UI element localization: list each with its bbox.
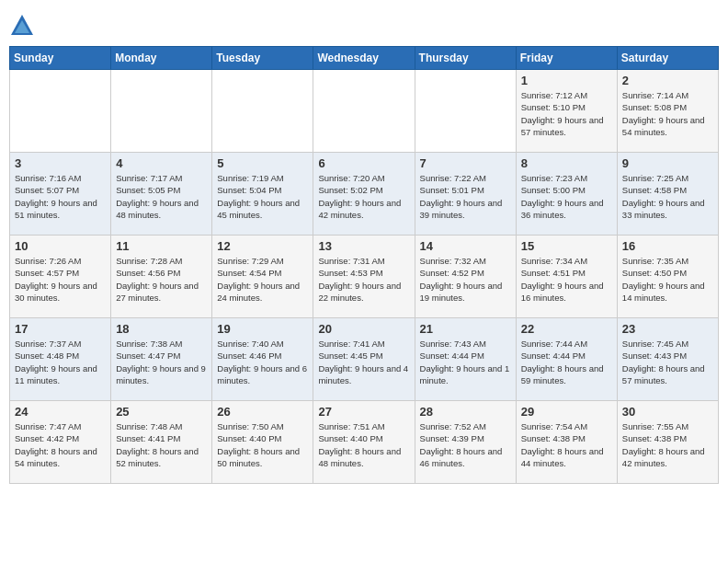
calendar-cell: 15Sunrise: 7:34 AM Sunset: 4:51 PM Dayli… (516, 236, 617, 318)
day-number: 18 (116, 322, 207, 336)
calendar-week-row: 24Sunrise: 7:47 AM Sunset: 4:42 PM Dayli… (10, 401, 719, 484)
day-number: 23 (622, 322, 713, 336)
day-number: 16 (622, 239, 713, 253)
calendar-cell: 1Sunrise: 7:12 AM Sunset: 5:10 PM Daylig… (516, 70, 617, 153)
calendar-cell (10, 70, 111, 153)
day-info: Sunrise: 7:23 AM Sunset: 5:00 PM Dayligh… (521, 172, 612, 221)
day-number: 29 (521, 405, 612, 419)
day-info: Sunrise: 7:29 AM Sunset: 4:54 PM Dayligh… (217, 255, 308, 304)
day-info: Sunrise: 7:32 AM Sunset: 4:52 PM Dayligh… (420, 255, 511, 304)
day-number: 12 (217, 239, 308, 253)
calendar-table: SundayMondayTuesdayWednesdayThursdayFrid… (9, 46, 719, 484)
day-info: Sunrise: 7:51 AM Sunset: 4:40 PM Dayligh… (318, 420, 409, 469)
day-number: 24 (15, 405, 106, 419)
day-info: Sunrise: 7:45 AM Sunset: 4:43 PM Dayligh… (622, 338, 713, 386)
page-header (9, 9, 719, 39)
day-number: 25 (116, 405, 207, 419)
calendar-cell: 30Sunrise: 7:55 AM Sunset: 4:38 PM Dayli… (617, 401, 718, 484)
day-number: 3 (15, 156, 106, 170)
calendar-cell: 4Sunrise: 7:17 AM Sunset: 5:05 PM Daylig… (111, 153, 212, 236)
day-info: Sunrise: 7:17 AM Sunset: 5:05 PM Dayligh… (116, 172, 207, 221)
calendar-cell (212, 70, 313, 153)
day-number: 8 (521, 156, 612, 170)
calendar-cell: 21Sunrise: 7:43 AM Sunset: 4:44 PM Dayli… (415, 318, 516, 401)
calendar-cell: 18Sunrise: 7:38 AM Sunset: 4:47 PM Dayli… (111, 318, 212, 401)
calendar-cell: 14Sunrise: 7:32 AM Sunset: 4:52 PM Dayli… (415, 236, 516, 318)
day-number: 19 (217, 322, 308, 336)
calendar-cell: 11Sunrise: 7:28 AM Sunset: 4:56 PM Dayli… (111, 236, 212, 318)
day-info: Sunrise: 7:55 AM Sunset: 4:38 PM Dayligh… (622, 420, 713, 469)
day-info: Sunrise: 7:44 AM Sunset: 4:44 PM Dayligh… (521, 338, 612, 386)
logo (9, 13, 39, 39)
day-number: 27 (318, 405, 409, 419)
day-number: 20 (318, 322, 409, 336)
day-number: 9 (622, 156, 713, 170)
weekday-header: Saturday (617, 47, 718, 70)
weekday-header: Wednesday (313, 47, 415, 70)
day-number: 13 (318, 239, 409, 253)
day-number: 7 (420, 156, 511, 170)
calendar-cell: 3Sunrise: 7:16 AM Sunset: 5:07 PM Daylig… (10, 153, 111, 236)
day-info: Sunrise: 7:25 AM Sunset: 4:58 PM Dayligh… (622, 172, 713, 221)
calendar-cell (313, 70, 415, 153)
calendar-cell: 19Sunrise: 7:40 AM Sunset: 4:46 PM Dayli… (212, 318, 313, 401)
weekday-header: Monday (111, 47, 212, 70)
day-info: Sunrise: 7:28 AM Sunset: 4:56 PM Dayligh… (116, 255, 207, 304)
calendar-cell: 22Sunrise: 7:44 AM Sunset: 4:44 PM Dayli… (516, 318, 617, 401)
day-info: Sunrise: 7:41 AM Sunset: 4:45 PM Dayligh… (318, 338, 409, 386)
calendar-cell: 7Sunrise: 7:22 AM Sunset: 5:01 PM Daylig… (415, 153, 516, 236)
calendar-week-row: 17Sunrise: 7:37 AM Sunset: 4:48 PM Dayli… (10, 318, 719, 401)
logo-icon (9, 13, 35, 39)
day-number: 26 (217, 405, 308, 419)
day-number: 10 (15, 239, 106, 253)
calendar-cell: 5Sunrise: 7:19 AM Sunset: 5:04 PM Daylig… (212, 153, 313, 236)
calendar-cell: 24Sunrise: 7:47 AM Sunset: 4:42 PM Dayli… (10, 401, 111, 484)
day-info: Sunrise: 7:38 AM Sunset: 4:47 PM Dayligh… (116, 338, 207, 386)
day-info: Sunrise: 7:22 AM Sunset: 5:01 PM Dayligh… (420, 172, 511, 221)
calendar-cell (415, 70, 516, 153)
weekday-header: Sunday (10, 47, 111, 70)
calendar-cell: 26Sunrise: 7:50 AM Sunset: 4:40 PM Dayli… (212, 401, 313, 484)
day-info: Sunrise: 7:35 AM Sunset: 4:50 PM Dayligh… (622, 255, 713, 304)
calendar-cell: 6Sunrise: 7:20 AM Sunset: 5:02 PM Daylig… (313, 153, 415, 236)
calendar-cell: 2Sunrise: 7:14 AM Sunset: 5:08 PM Daylig… (617, 70, 718, 153)
day-info: Sunrise: 7:47 AM Sunset: 4:42 PM Dayligh… (15, 420, 106, 469)
day-info: Sunrise: 7:40 AM Sunset: 4:46 PM Dayligh… (217, 338, 308, 386)
day-info: Sunrise: 7:14 AM Sunset: 5:08 PM Dayligh… (622, 89, 713, 138)
day-number: 28 (420, 405, 511, 419)
calendar-cell: 25Sunrise: 7:48 AM Sunset: 4:41 PM Dayli… (111, 401, 212, 484)
day-number: 15 (521, 239, 612, 253)
calendar-header-row: SundayMondayTuesdayWednesdayThursdayFrid… (10, 47, 719, 70)
calendar-week-row: 10Sunrise: 7:26 AM Sunset: 4:57 PM Dayli… (10, 236, 719, 318)
day-number: 17 (15, 322, 106, 336)
day-info: Sunrise: 7:19 AM Sunset: 5:04 PM Dayligh… (217, 172, 308, 221)
calendar-cell: 9Sunrise: 7:25 AM Sunset: 4:58 PM Daylig… (617, 153, 718, 236)
calendar-cell: 29Sunrise: 7:54 AM Sunset: 4:38 PM Dayli… (516, 401, 617, 484)
day-info: Sunrise: 7:43 AM Sunset: 4:44 PM Dayligh… (420, 338, 511, 386)
day-number: 4 (116, 156, 207, 170)
day-info: Sunrise: 7:37 AM Sunset: 4:48 PM Dayligh… (15, 338, 106, 386)
calendar-cell: 16Sunrise: 7:35 AM Sunset: 4:50 PM Dayli… (617, 236, 718, 318)
day-info: Sunrise: 7:20 AM Sunset: 5:02 PM Dayligh… (318, 172, 409, 221)
calendar-cell: 27Sunrise: 7:51 AM Sunset: 4:40 PM Dayli… (313, 401, 415, 484)
day-info: Sunrise: 7:54 AM Sunset: 4:38 PM Dayligh… (521, 420, 612, 469)
calendar-cell: 13Sunrise: 7:31 AM Sunset: 4:53 PM Dayli… (313, 236, 415, 318)
calendar-week-row: 1Sunrise: 7:12 AM Sunset: 5:10 PM Daylig… (10, 70, 719, 153)
day-info: Sunrise: 7:31 AM Sunset: 4:53 PM Dayligh… (318, 255, 409, 304)
day-number: 14 (420, 239, 511, 253)
calendar-cell: 28Sunrise: 7:52 AM Sunset: 4:39 PM Dayli… (415, 401, 516, 484)
day-info: Sunrise: 7:16 AM Sunset: 5:07 PM Dayligh… (15, 172, 106, 221)
day-info: Sunrise: 7:26 AM Sunset: 4:57 PM Dayligh… (15, 255, 106, 304)
calendar-cell (111, 70, 212, 153)
calendar-cell: 12Sunrise: 7:29 AM Sunset: 4:54 PM Dayli… (212, 236, 313, 318)
calendar-cell: 17Sunrise: 7:37 AM Sunset: 4:48 PM Dayli… (10, 318, 111, 401)
day-info: Sunrise: 7:52 AM Sunset: 4:39 PM Dayligh… (420, 420, 511, 469)
day-number: 11 (116, 239, 207, 253)
day-number: 1 (521, 74, 612, 87)
calendar-cell: 23Sunrise: 7:45 AM Sunset: 4:43 PM Dayli… (617, 318, 718, 401)
day-info: Sunrise: 7:12 AM Sunset: 5:10 PM Dayligh… (521, 89, 612, 138)
calendar-week-row: 3Sunrise: 7:16 AM Sunset: 5:07 PM Daylig… (10, 153, 719, 236)
day-info: Sunrise: 7:50 AM Sunset: 4:40 PM Dayligh… (217, 420, 308, 469)
weekday-header: Thursday (415, 47, 516, 70)
calendar-cell: 8Sunrise: 7:23 AM Sunset: 5:00 PM Daylig… (516, 153, 617, 236)
